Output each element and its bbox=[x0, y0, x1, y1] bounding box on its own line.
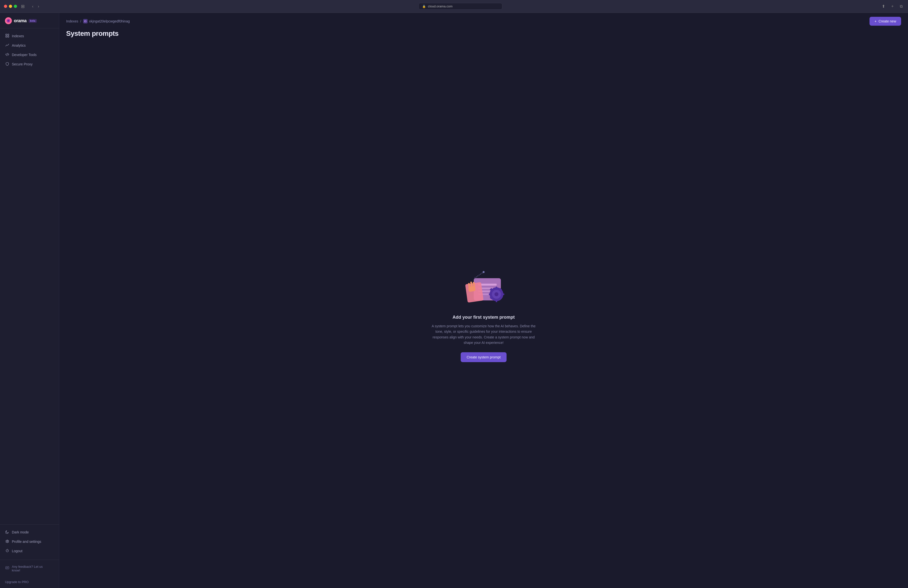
breadcrumb-current: ID xkjngat20elpcwgedf0hinag bbox=[83, 19, 130, 23]
sidebar-item-label-profile-settings: Profile and settings bbox=[12, 540, 41, 544]
create-new-button[interactable]: + Create new bbox=[869, 17, 901, 26]
empty-state-title: Add your first system prompt bbox=[452, 315, 515, 320]
page-title: System prompts bbox=[66, 30, 901, 37]
breadcrumb-index-id: xkjngat20elpcwgedf0hinag bbox=[89, 19, 130, 23]
plus-icon: + bbox=[874, 19, 876, 23]
create-system-prompt-button[interactable]: Create system prompt bbox=[460, 352, 507, 362]
top-bar: Indexes / ID xkjngat20elpcwgedf0hinag + … bbox=[59, 13, 908, 29]
empty-state-description: A system prompt lets you customize how t… bbox=[429, 323, 538, 346]
chat-icon bbox=[5, 566, 10, 571]
sidebar-item-secure-proxy[interactable]: Secure Proxy bbox=[0, 60, 59, 69]
svg-rect-10 bbox=[6, 567, 9, 569]
sidebar-item-logout[interactable]: Logout bbox=[0, 546, 59, 556]
sidebar-logo: orama beta bbox=[0, 13, 59, 28]
shield-icon bbox=[5, 62, 10, 66]
create-new-label: Create new bbox=[878, 19, 896, 23]
svg-point-20 bbox=[494, 292, 498, 296]
page-header: System prompts bbox=[59, 29, 908, 42]
beta-badge: beta bbox=[29, 19, 37, 23]
minimize-button[interactable] bbox=[9, 5, 12, 8]
sidebar-item-analytics[interactable]: Analytics bbox=[0, 41, 59, 50]
address-bar-container: 🔒 cloud.orama.com bbox=[43, 3, 877, 10]
share-button[interactable]: ⬆ bbox=[881, 3, 887, 10]
main-content: Indexes / ID xkjngat20elpcwgedf0hinag + … bbox=[59, 13, 908, 588]
moon-icon bbox=[5, 530, 10, 535]
sidebar-item-label-dark-mode: Dark mode bbox=[12, 530, 29, 534]
svg-rect-22 bbox=[496, 300, 497, 302]
lock-icon: 🔒 bbox=[422, 5, 426, 8]
svg-rect-23 bbox=[489, 293, 491, 295]
sidebar-navigation: Indexes Analytics Deve bbox=[0, 28, 59, 524]
sidebar-item-label-analytics: Analytics bbox=[12, 43, 26, 47]
back-button[interactable]: ‹ bbox=[31, 3, 35, 10]
code-icon bbox=[5, 53, 10, 57]
breadcrumb-indexes-link[interactable]: Indexes bbox=[66, 19, 78, 23]
tabs-button[interactable]: ⧉ bbox=[898, 3, 904, 10]
svg-rect-24 bbox=[502, 293, 504, 295]
address-bar[interactable]: 🔒 cloud.orama.com bbox=[419, 3, 502, 10]
sidebar-item-indexes[interactable]: Indexes bbox=[0, 31, 59, 41]
grid-icon bbox=[5, 34, 10, 38]
logo-text: orama bbox=[14, 18, 27, 23]
browser-chrome: ⊞ ‹ › 🔒 cloud.orama.com ⬆ ＋ ⧉ bbox=[0, 0, 908, 13]
chart-icon bbox=[5, 43, 10, 48]
svg-rect-5 bbox=[6, 36, 7, 37]
sidebar-bottom: Dark mode Profile and settings bbox=[0, 524, 59, 559]
svg-rect-4 bbox=[8, 34, 9, 35]
feedback-section: Any feedback? Let us know! bbox=[0, 560, 59, 577]
feedback-item[interactable]: Any feedback? Let us know! bbox=[5, 562, 54, 575]
svg-rect-3 bbox=[6, 34, 7, 35]
sidebar-item-label-secure-proxy: Secure Proxy bbox=[12, 62, 32, 66]
browser-actions: ⬆ ＋ ⧉ bbox=[881, 3, 904, 10]
sidebar-item-label-developer-tools: Developer Tools bbox=[12, 53, 37, 57]
sidebar-item-developer-tools[interactable]: Developer Tools bbox=[0, 50, 59, 60]
close-button[interactable] bbox=[4, 5, 7, 8]
sidebar-item-label-logout: Logout bbox=[12, 549, 23, 553]
gear-icon bbox=[5, 540, 10, 544]
sidebar: orama beta Indexes bbox=[0, 13, 59, 588]
new-tab-button[interactable]: ＋ bbox=[889, 3, 896, 10]
upgrade-section[interactable]: Upgrade to PRO bbox=[0, 577, 59, 588]
feedback-label: Any feedback? Let us know! bbox=[12, 565, 49, 572]
svg-rect-6 bbox=[8, 36, 9, 37]
svg-point-35 bbox=[483, 271, 485, 273]
sidebar-item-profile-settings[interactable]: Profile and settings bbox=[0, 537, 59, 546]
maximize-button[interactable] bbox=[14, 5, 17, 8]
orama-logo-icon bbox=[5, 17, 12, 24]
forward-button[interactable]: › bbox=[36, 3, 40, 10]
empty-illustration bbox=[459, 268, 508, 308]
app-container: orama beta Indexes bbox=[0, 13, 908, 588]
url-text: cloud.orama.com bbox=[428, 5, 452, 8]
power-icon bbox=[5, 549, 10, 553]
svg-point-8 bbox=[6, 541, 8, 542]
traffic-lights bbox=[4, 5, 17, 8]
sidebar-item-label-indexes: Indexes bbox=[12, 34, 24, 38]
sidebar-item-dark-mode[interactable]: Dark mode bbox=[0, 528, 59, 537]
browser-nav-controls: ‹ › bbox=[31, 3, 41, 10]
svg-point-2 bbox=[7, 20, 10, 22]
svg-line-7 bbox=[7, 53, 8, 56]
breadcrumb: Indexes / ID xkjngat20elpcwgedf0hinag bbox=[66, 19, 130, 23]
upgrade-label[interactable]: Upgrade to PRO bbox=[5, 580, 29, 584]
index-icon: ID bbox=[83, 19, 88, 23]
breadcrumb-separator: / bbox=[80, 19, 81, 23]
empty-state: Add your first system prompt A system pr… bbox=[59, 42, 908, 588]
svg-rect-21 bbox=[496, 287, 497, 289]
sidebar-toggle-button[interactable]: ⊞ bbox=[20, 3, 26, 10]
svg-line-34 bbox=[475, 272, 484, 278]
